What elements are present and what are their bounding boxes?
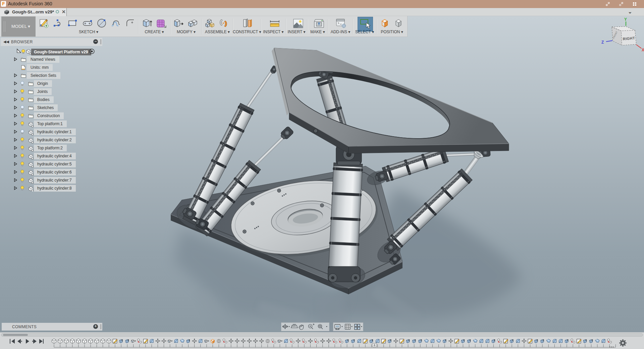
svg-text:X: X — [642, 48, 644, 52]
svg-text:Y: Y — [624, 17, 627, 22]
svg-text:Z: Z — [601, 40, 604, 45]
